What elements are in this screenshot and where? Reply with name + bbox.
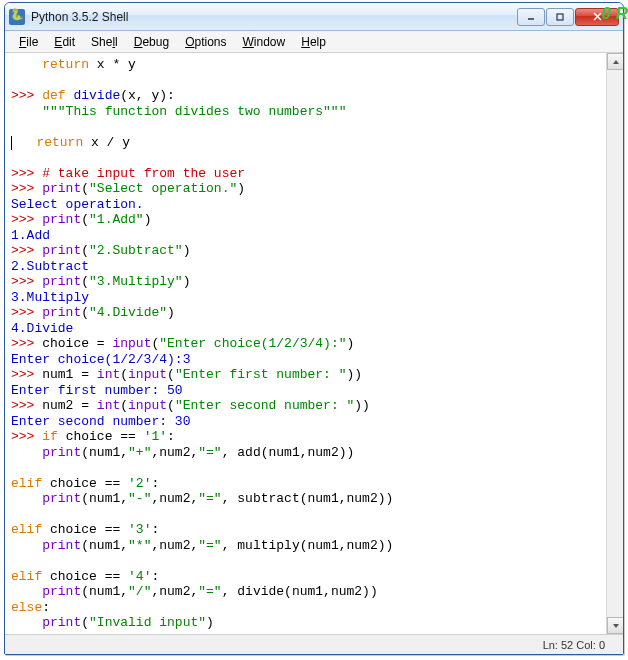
python-icon bbox=[9, 9, 25, 25]
menu-window-label: indow bbox=[254, 35, 285, 49]
menu-file[interactable]: File bbox=[11, 33, 46, 51]
menu-file-label: ile bbox=[26, 35, 38, 49]
editor-pane: return x * y >>> def divide(x, y): """Th… bbox=[5, 53, 623, 634]
minimize-icon bbox=[526, 12, 536, 22]
maximize-icon bbox=[555, 12, 565, 22]
minimize-button[interactable] bbox=[517, 8, 545, 26]
menu-shell[interactable]: Shell bbox=[83, 33, 126, 51]
scroll-down-button[interactable] bbox=[607, 617, 624, 634]
overlay-watermark: 0 R bbox=[602, 4, 628, 24]
scroll-up-button[interactable] bbox=[607, 53, 624, 70]
window-title: Python 3.5.2 Shell bbox=[31, 10, 516, 24]
cursor-position: Ln: 52 Col: 0 bbox=[543, 639, 605, 651]
menu-options-label: ptions bbox=[194, 35, 226, 49]
chevron-down-icon bbox=[612, 622, 620, 630]
statusbar: Ln: 52 Col: 0 bbox=[5, 634, 623, 654]
menu-options[interactable]: Options bbox=[177, 33, 234, 51]
maximize-button[interactable] bbox=[546, 8, 574, 26]
svg-marker-5 bbox=[613, 624, 619, 628]
menu-debug-label: ebug bbox=[142, 35, 169, 49]
menu-edit[interactable]: Edit bbox=[46, 33, 83, 51]
svg-marker-4 bbox=[613, 60, 619, 64]
app-window: Python 3.5.2 Shell File Edit Shell Debug… bbox=[4, 2, 624, 655]
menubar: File Edit Shell Debug Options Window Hel… bbox=[5, 31, 623, 53]
text-cursor bbox=[11, 136, 12, 150]
svg-rect-1 bbox=[557, 14, 563, 20]
menu-help-label: elp bbox=[310, 35, 326, 49]
code-area[interactable]: return x * y >>> def divide(x, y): """Th… bbox=[5, 53, 623, 634]
menu-window[interactable]: Window bbox=[235, 33, 294, 51]
titlebar[interactable]: Python 3.5.2 Shell bbox=[5, 3, 623, 31]
menu-debug[interactable]: Debug bbox=[126, 33, 177, 51]
menu-shell-label: l bbox=[115, 35, 118, 49]
menu-edit-label: dit bbox=[62, 35, 75, 49]
vertical-scrollbar[interactable] bbox=[606, 53, 623, 634]
menu-help[interactable]: Help bbox=[293, 33, 334, 51]
chevron-up-icon bbox=[612, 58, 620, 66]
